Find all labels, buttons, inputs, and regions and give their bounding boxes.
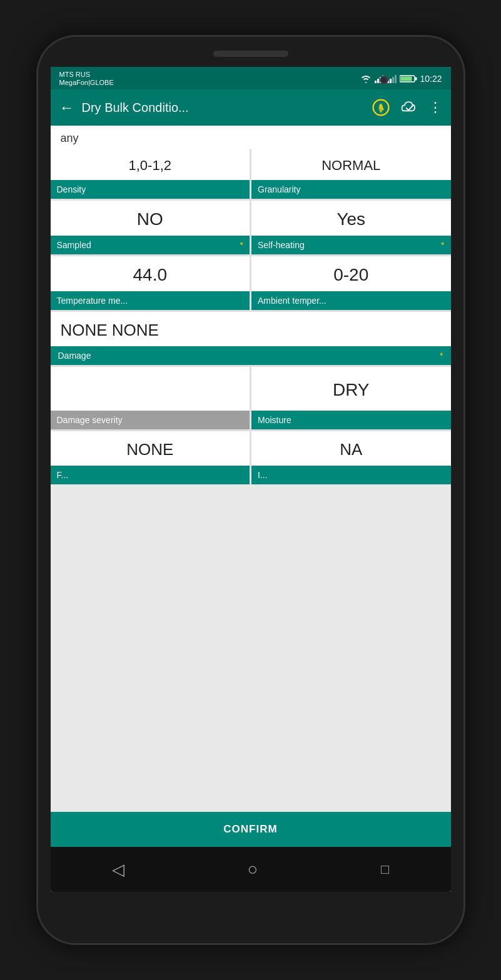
density-label: Density	[51, 180, 250, 199]
none-cell[interactable]: NONE F...	[51, 431, 250, 484]
na-value: NA	[251, 431, 451, 466]
status-right: 10:22	[360, 74, 442, 84]
carrier2: MegaFon|GLOBE	[59, 79, 114, 87]
svg-rect-0	[375, 81, 377, 83]
ambient-value: 0-20	[251, 256, 451, 291]
selfheating-label: Self-heating *	[251, 236, 451, 254]
none-na-row: NONE F... NA I...	[51, 431, 451, 484]
granularity-value: NORMAL	[251, 149, 451, 180]
moisture-value: DRY	[251, 367, 451, 411]
granularity-cell[interactable]: NORMAL Granularity	[251, 149, 451, 199]
damage-value: NONE NONE	[51, 312, 451, 346]
svg-rect-9	[415, 78, 417, 81]
nav-home-button[interactable]: ○	[247, 859, 258, 879]
ambient-label: Ambient temper...	[251, 291, 451, 310]
signal-icon2	[387, 74, 397, 83]
app-title: Dry Bulk Conditio...	[82, 101, 363, 115]
carrier1: MTS RUS	[59, 71, 114, 79]
content-area: any 1,0-1,2 Density NOR	[51, 126, 451, 847]
severity-moisture-row: Damage severity DRY Moisture	[51, 367, 451, 429]
moisture-cell[interactable]: DRY Moisture	[251, 367, 451, 429]
form-grid: 1,0-1,2 Density NORMAL Granularity	[51, 149, 451, 484]
damage-asterisk: *	[440, 351, 443, 361]
density-cell[interactable]: 1,0-1,2 Density	[51, 149, 250, 199]
sampled-selfheating-row: NO Sampled * Yes Self-heating *	[51, 201, 451, 254]
damage-severity-cell[interactable]: Damage severity	[51, 367, 250, 429]
svg-rect-10	[401, 77, 412, 81]
nav-recent-button[interactable]: □	[381, 861, 389, 878]
phone-body: MTS RUS MegaFon|GLOBE	[38, 37, 463, 943]
temperature-label: Temperature me...	[51, 291, 250, 310]
selfheating-asterisk: *	[441, 240, 444, 250]
time-display: 10:22	[420, 74, 442, 84]
sampled-cell[interactable]: NO Sampled *	[51, 201, 250, 254]
none-label: F...	[51, 466, 250, 484]
damage-severity-label: Damage severity	[51, 411, 250, 429]
svg-rect-5	[390, 79, 392, 83]
svg-rect-7	[395, 75, 397, 83]
ambient-cell[interactable]: 0-20 Ambient temper...	[251, 256, 451, 310]
sampled-value: NO	[51, 201, 250, 236]
nav-back-button[interactable]: ◁	[112, 860, 124, 879]
selfheating-value: Yes	[251, 201, 451, 236]
phone-speaker	[213, 51, 288, 57]
damage-cell[interactable]: NONE NONE Damage *	[51, 312, 451, 365]
granularity-label: Granularity	[251, 180, 451, 199]
phone-camera	[380, 76, 388, 84]
damage-severity-value	[51, 367, 250, 411]
phone-outer: MTS RUS MegaFon|GLOBE	[0, 0, 501, 980]
na-cell[interactable]: NA I...	[251, 431, 451, 484]
sampled-asterisk: *	[240, 240, 243, 250]
density-granularity-row: 1,0-1,2 Density NORMAL Granularity	[51, 149, 451, 199]
na-label: I...	[251, 466, 451, 484]
nav-bar: ◁ ○ □	[51, 847, 451, 892]
form-scroll: 1,0-1,2 Density NORMAL Granularity	[51, 149, 451, 812]
temperature-value: 44.0	[51, 256, 250, 291]
status-bar: MTS RUS MegaFon|GLOBE	[51, 67, 451, 89]
damage-label: Damage *	[51, 346, 451, 365]
battery-icon	[400, 74, 417, 83]
app-bar: ← Dry Bulk Conditio... ⋮	[51, 89, 451, 126]
density-value: 1,0-1,2	[51, 149, 250, 180]
carrier-info: MTS RUS MegaFon|GLOBE	[59, 71, 114, 87]
none-value: NONE	[51, 431, 250, 466]
selfheating-cell[interactable]: Yes Self-heating *	[251, 201, 451, 254]
cloud-sync-icon[interactable]	[400, 98, 420, 118]
filter-label: any	[51, 126, 451, 149]
moisture-label: Moisture	[251, 411, 451, 429]
sampled-label: Sampled *	[51, 236, 250, 254]
location-timer-icon[interactable]	[371, 98, 391, 118]
temperature-ambient-row: 44.0 Temperature me... 0-20 Ambient temp…	[51, 256, 451, 310]
temperature-cell[interactable]: 44.0 Temperature me...	[51, 256, 250, 310]
app-bar-icons: ⋮	[371, 98, 442, 118]
confirm-button[interactable]: CONFIRM	[51, 812, 451, 847]
svg-rect-6	[392, 77, 394, 83]
phone-screen: MTS RUS MegaFon|GLOBE	[51, 67, 451, 892]
back-button[interactable]: ←	[59, 99, 74, 116]
more-options-button[interactable]: ⋮	[428, 99, 442, 116]
wifi-icon	[360, 74, 372, 83]
